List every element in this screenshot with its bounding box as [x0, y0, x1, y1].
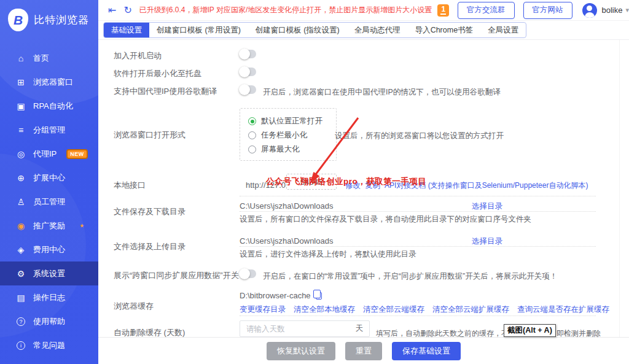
radio-selected-icon	[248, 117, 256, 125]
tab-basic-settings[interactable]: 基础设置	[104, 23, 149, 37]
open-mode-hint: 设置后，所有的浏览器窗口将以您设置的方式打开	[335, 131, 504, 141]
divider	[240, 211, 596, 212]
upload-dir-value: C:\Users\jszha\Downloads	[240, 236, 333, 246]
cache-path: D:\bitbrowser-cache	[240, 291, 322, 300]
official-group-button[interactable]: 官方交流群	[458, 2, 515, 19]
logbook-icon: ▤	[16, 293, 26, 303]
watermark-text: 公众号飞翔网络创业pro，获取第一手项目	[266, 176, 426, 187]
divider	[240, 196, 596, 196]
sidebar-item-rpa[interactable]: ▣ RPA自动化	[0, 94, 98, 118]
local-api-label: 本地接口	[114, 180, 146, 191]
app-name: 比特浏览器	[34, 13, 89, 27]
refresh-icon[interactable]: ↻	[123, 6, 131, 15]
sidebar: B 比特浏览器 ⌂ 首页 ⊞ 浏览器窗口 ▣ RPA自动化 ≡ 分组管理 ◎ 代…	[0, 0, 98, 364]
sidebar-item-help[interactable]: ? 使用帮助	[0, 309, 98, 333]
change-cache-dir-link[interactable]: 变更缓存目录	[240, 304, 286, 315]
windows-grid-icon: ⊞	[16, 77, 26, 87]
robot-icon: ▣	[16, 101, 26, 111]
sidebar-menu: ⌂ 首页 ⊞ 浏览器窗口 ▣ RPA自动化 ≡ 分组管理 ◎ 代理IP NEW …	[0, 46, 98, 357]
choose-upload-dir-link[interactable]: 选择目录	[472, 236, 502, 247]
clear-local-cache-link[interactable]: 清空全部本地缓存	[294, 304, 355, 315]
chevron-down-icon[interactable]: ▾	[625, 6, 629, 14]
days-unit: 天	[356, 323, 364, 334]
copy-icon[interactable]	[316, 292, 322, 300]
cn-proxy-translate-toggle[interactable]	[240, 85, 256, 94]
sidebar-item-logs[interactable]: ▤ 操作日志	[0, 285, 98, 309]
tab-template-fingerprint[interactable]: 创建窗口模板 (指纹设置)	[248, 23, 347, 37]
divider	[240, 316, 596, 316]
screenshot-tooltip: 截图(Alt + A)	[504, 324, 556, 337]
settings-panel: 加入开机启动 软件打开后最小化至托盘 支持中国代理IP使用谷歌翻译 开启后，浏览…	[98, 40, 629, 337]
sidebar-item-staff[interactable]: ♙ 员工管理	[0, 190, 98, 214]
puzzle-icon: ⊕	[16, 173, 26, 183]
autostart-label: 加入开机启动	[114, 50, 162, 61]
app-logo-icon: B	[8, 9, 28, 31]
tab-import-chrome-bookmarks[interactable]: 导入Chrome书签	[408, 23, 480, 37]
layers-icon: ≡	[16, 125, 26, 135]
announcement-text: 已升级到6.0.4，新增IP 对应国家/地区发生变化停止打开，禁止图片显示新增图…	[139, 5, 434, 15]
tab-global-dynamic-proxy[interactable]: 全局动态代理	[347, 23, 408, 37]
download-dir-hint: 设置后，所有窗口的文件保存及下载目录，将自动使用此目录下的对应窗口序号文件夹	[240, 214, 531, 225]
home-icon: ⌂	[16, 53, 26, 63]
sidebar-item-faq[interactable]: i 常见问题	[0, 333, 98, 357]
brand: B 比特浏览器	[0, 0, 98, 31]
official-site-button[interactable]: 官方网站	[523, 2, 572, 19]
sidebar-item-proxy-ip[interactable]: ◎ 代理IP NEW	[0, 142, 98, 166]
coin-icon: ◉	[16, 221, 26, 231]
topbar: ⇤ ↻ 已升级到6.0.4，新增IP 对应国家/地区发生变化停止打开，禁止图片显…	[98, 0, 629, 21]
reset-button[interactable]: 重置	[345, 342, 382, 360]
cn-proxy-translate-label: 支持中国代理IP使用谷歌翻译	[114, 86, 217, 97]
sidebar-item-browser-windows[interactable]: ⊞ 浏览器窗口	[0, 70, 98, 94]
tab-global-settings[interactable]: 全局设置	[480, 23, 526, 37]
radio-unselected-icon	[248, 145, 256, 153]
radio-unselected-icon	[248, 131, 256, 139]
upload-dir-hint: 设置后，进行文件选择及上传时，将默认使用此目录	[240, 249, 416, 260]
query-cloud-ext-cache-link[interactable]: 查询云端是否存在扩展缓存	[517, 304, 609, 315]
gear-icon: ⚙	[16, 269, 26, 279]
restore-defaults-button[interactable]: 恢复默认设置	[267, 342, 335, 360]
sidebar-item-system-settings[interactable]: ⚙ 系统设置	[0, 261, 98, 285]
cn-proxy-translate-hint: 开启后，浏览器窗口在使用中国代理IP的情况下，也可以使用谷歌翻译	[263, 87, 501, 98]
tray-toggle[interactable]	[240, 68, 256, 76]
open-mode-label: 浏览器窗口打开形式	[114, 130, 186, 141]
username: bolike	[602, 6, 623, 15]
question-icon: ?	[17, 317, 25, 326]
autostart-toggle[interactable]	[240, 50, 256, 58]
sync-ext-hint: 开启后，在窗口的“常用设置”项中，开启“同步扩展应用数据”开关后，将展示此开关项…	[263, 271, 557, 282]
save-basic-settings-button[interactable]: 保存基础设置	[392, 342, 461, 360]
info-icon: i	[17, 341, 25, 350]
sidebar-item-groups[interactable]: ≡ 分组管理	[0, 118, 98, 142]
tab-template-common[interactable]: 创建窗口模板 (常用设置)	[149, 23, 248, 37]
open-mode-radio-group: 默认位置正常打开 任务栏最小化 屏幕最大化	[240, 108, 337, 161]
sync-ext-toggle[interactable]	[240, 269, 256, 278]
choose-download-dir-link[interactable]: 选择目录	[472, 201, 502, 212]
download-dir-value: C:\Users\jszha\Downloads	[240, 201, 333, 211]
notice-count-badge[interactable]: 1	[437, 4, 449, 17]
person-icon: ♙	[16, 197, 26, 207]
location-pin-icon: ◎	[16, 149, 26, 159]
footer-actions: 恢复默认设置 重置 保存基础设置	[98, 337, 629, 364]
sidebar-item-home[interactable]: ⌂ 首页	[0, 46, 98, 70]
radio-open-normal[interactable]: 默认位置正常打开	[248, 114, 336, 128]
radio-maximize-screen[interactable]: 屏幕最大化	[248, 142, 336, 157]
shield-icon: ◈	[16, 245, 26, 255]
avatar[interactable]	[582, 3, 597, 18]
clear-cloud-ext-cache-link[interactable]: 清空全部云端扩展缓存	[432, 304, 509, 315]
collapse-sidebar-icon[interactable]: ⇤	[108, 6, 116, 15]
cache-actions: 变更缓存目录 清空全部本地缓存 清空全部云端缓存 清空全部云端扩展缓存 查询云端…	[240, 304, 609, 315]
upload-dir-label: 文件选择及上传目录	[114, 241, 186, 252]
days-input[interactable]	[246, 325, 352, 333]
settings-tabbar: 基础设置 创建窗口模板 (常用设置) 创建窗口模板 (指纹设置) 全局动态代理 …	[98, 21, 629, 40]
sidebar-item-billing[interactable]: ◈ 费用中心	[0, 238, 98, 261]
sparkle-icon: ⋆	[79, 223, 85, 229]
tab-group: 基础设置 创建窗口模板 (常用设置) 创建窗口模板 (指纹设置) 全局动态代理 …	[103, 22, 526, 38]
download-dir-label: 文件保存及下载目录	[114, 206, 186, 217]
cache-label: 浏览器缓存	[114, 301, 154, 312]
radio-minimize-taskbar[interactable]: 任务栏最小化	[248, 128, 336, 142]
divider	[240, 246, 596, 247]
sidebar-item-extensions[interactable]: ⊕ 扩展中心	[0, 166, 98, 190]
sync-ext-switch-label: 展示“跨窗口同步扩展应用数据”开关	[114, 270, 239, 281]
sidebar-item-rewards[interactable]: ◉ 推广奖励 ⋆	[0, 214, 98, 238]
auto-delete-days-field: 天	[240, 320, 370, 337]
clear-cloud-cache-link[interactable]: 清空全部云端缓存	[363, 304, 424, 315]
